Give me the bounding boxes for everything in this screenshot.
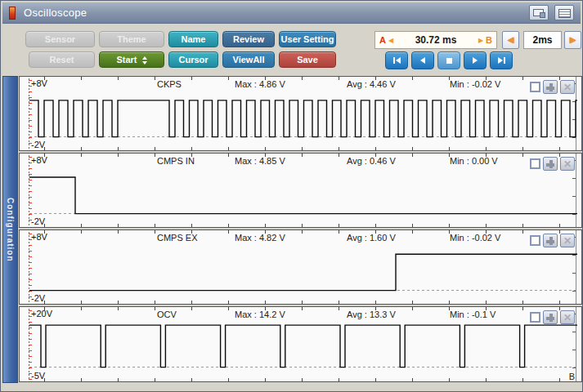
plot-area: +8V -2V CKPS Max : 4.86 V Avg : 4.46 V M… [19,76,582,383]
scale-bottom-label: -5V [31,371,45,381]
cursor-button[interactable]: Cursor [168,51,218,68]
channel-name: OCV [157,310,177,319]
close-channel-button[interactable]: ✕ [560,310,575,324]
oscilloscope-window: Oscilloscope Sensor Theme Name Review Us… [0,0,583,392]
close-channel-button[interactable]: ✕ [560,80,575,94]
transport-controls [385,51,513,69]
min-value: Min : -0.1 V [450,310,496,319]
avg-value: Avg : 0.46 V [347,156,396,166]
step-back-icon [420,57,425,64]
scale-top-label: +20V [31,309,52,318]
close-icon: ✕ [563,159,572,169]
toolbar: Sensor Theme Name Review User Setting Re… [2,24,581,74]
capture-window-icon [533,9,544,16]
zoom-in-button[interactable] [543,157,558,171]
zoom-in-button[interactable] [543,310,558,324]
min-value: Min : -0.02 V [450,79,500,89]
channel-checkbox[interactable] [530,235,540,246]
max-value: Max : 14.2 V [235,310,285,319]
channel-panel-ocv: +20V -5V OCV Max : 14.2 V Avg : 13.3 V M… [19,306,582,382]
channel-panel-cmps-in: +8V -2V CMPS IN Max : 4.85 V Avg : 0.46 … [19,153,582,228]
zoom-in-button[interactable] [543,234,558,247]
channel-checkbox[interactable] [530,158,540,169]
cursor-b-label: B [486,35,492,45]
min-value: Min : -0.02 V [450,233,500,243]
timebase-value: 2ms [523,31,562,49]
close-icon: ✕ [563,313,572,323]
channel-name: CMPS EX [157,233,198,243]
window-title: Oscilloscope [24,7,87,19]
scale-top-label: +8V [31,232,47,242]
channel-checkbox[interactable] [530,312,540,323]
skip-start-button[interactable] [385,51,408,69]
step-forward-icon [473,57,478,64]
max-value: Max : 4.86 V [235,79,285,89]
skip-end-icon [498,57,503,64]
scale-bottom-label: -2V [31,140,45,149]
cursor-a-label: A [379,35,386,45]
scale-bottom-label: -2V [31,293,45,303]
close-icon: ✕ [563,82,572,92]
scale-top-label: +8V [31,78,47,88]
menu-button[interactable] [554,5,574,20]
viewall-button[interactable]: ViewAll [222,51,275,68]
timebase-increase-button[interactable]: ▶ [564,31,581,49]
channel-name: CKPS [157,79,182,89]
min-value: Min : 0.00 V [450,156,498,166]
cursor-b-arrow-icon[interactable]: ▶ [478,37,483,44]
step-forward-button[interactable] [464,51,487,69]
stop-icon [446,58,452,64]
skip-end-button[interactable] [490,51,513,69]
cursor-b-position-label: B [569,372,575,381]
timebase-decrease-button[interactable]: ◀ [502,31,519,49]
time-range-value: 30.72 ms [396,34,476,46]
menu-lines-icon [558,9,571,18]
close-channel-button[interactable]: ✕ [560,157,575,171]
avg-value: Avg : 1.60 V [347,233,396,243]
save-button[interactable]: Save [279,51,336,68]
step-back-button[interactable] [411,51,434,69]
scale-bottom-label: -2V [31,216,45,226]
configuration-label: Configuration [6,198,15,262]
channel-checkbox[interactable] [530,82,540,92]
sensor-button[interactable]: Sensor [25,31,95,47]
start-button[interactable]: Start [99,51,164,68]
max-value: Max : 4.82 V [235,233,285,243]
app-icon [9,7,16,20]
close-channel-button[interactable]: ✕ [560,234,575,247]
max-value: Max : 4.85 V [235,156,285,166]
name-button[interactable]: Name [168,31,218,47]
channel-name: CMPS IN [157,156,195,166]
avg-value: Avg : 4.46 V [347,79,396,89]
configuration-tab[interactable]: Configuration [2,76,18,383]
start-spinner-icon [142,56,147,65]
title-bar: Oscilloscope [2,2,581,24]
review-button[interactable]: Review [222,31,275,47]
theme-button[interactable]: Theme [99,31,164,47]
cursor-a-arrow-icon[interactable]: ◀ [388,37,393,44]
capture-window-button[interactable] [529,5,549,20]
channel-panel-ckps: +8V -2V CKPS Max : 4.86 V Avg : 4.46 V M… [19,76,582,151]
time-range-box: A ◀ 30.72 ms ▶ B [374,31,497,49]
reset-button[interactable]: Reset [29,51,95,68]
close-icon: ✕ [563,236,572,246]
scale-top-label: +8V [31,155,47,165]
avg-value: Avg : 13.3 V [347,310,396,319]
zoom-in-button[interactable] [543,80,558,94]
skip-start-icon [393,57,395,64]
stop-button[interactable] [437,51,460,69]
user-setting-button[interactable]: User Setting [279,31,336,47]
channel-panel-cmps-ex: +8V -2V CMPS EX Max : 4.82 V Avg : 1.60 … [19,229,582,305]
